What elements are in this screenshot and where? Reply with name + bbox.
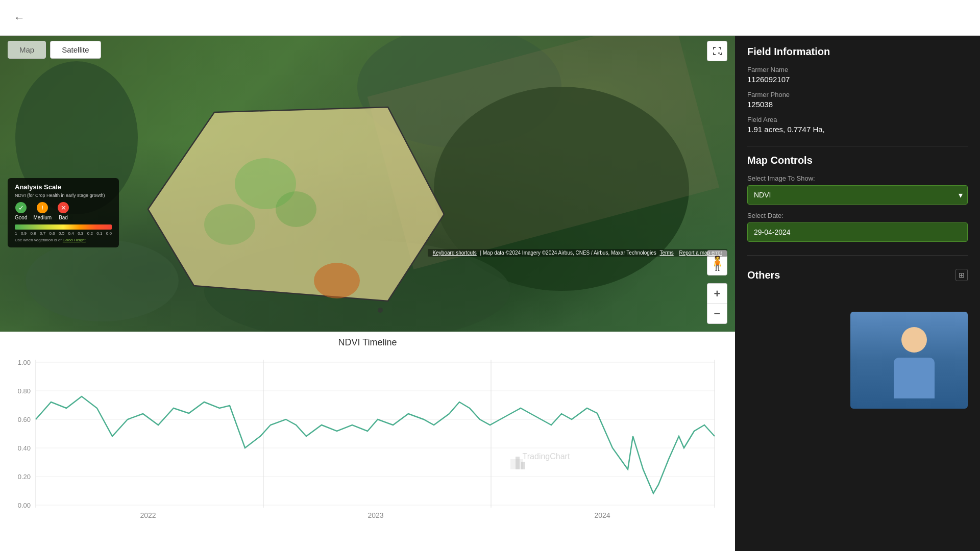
- svg-text:0.80: 0.80: [18, 387, 31, 395]
- analysis-scale-subtitle: NDVI (for Crop Health in early stage gro…: [15, 193, 112, 198]
- svg-point-10: [314, 263, 360, 298]
- person-body: [894, 358, 935, 398]
- map-controls-section: Map Controls Select Image To Show: NDVI …: [747, 155, 968, 242]
- attribution-data: Map data ©2024 Imagery ©2024 Airbus, CNE…: [483, 250, 656, 256]
- scale-note: Use when vegetation is of Good Height: [15, 238, 112, 242]
- map-attribution: Keyboard shortcuts | Map data ©2024 Imag…: [428, 249, 727, 257]
- date-input[interactable]: 29-04-2024: [747, 222, 968, 242]
- zoom-in-button[interactable]: +: [707, 283, 727, 304]
- farmer-name-label: Farmer Name: [747, 66, 968, 73]
- scale-numbers: 1 0.9 0.8 0.7 0.6 0.5 0.4 0.3 0.2 0.1 0.…: [15, 231, 112, 236]
- chart-section: NDVI Timeline 1.00 0.80 0.60 0.40 0.20 0…: [0, 332, 735, 551]
- scale-color-bar: [15, 224, 112, 230]
- field-info-title: Field Information: [747, 46, 968, 58]
- divider-2: [747, 255, 968, 256]
- others-section: Others ⊞: [747, 269, 968, 541]
- svg-text:0.20: 0.20: [18, 473, 31, 481]
- ndvi-line: [36, 396, 715, 493]
- svg-text:0.00: 0.00: [18, 502, 31, 509]
- svg-point-8: [276, 191, 316, 227]
- medium-label: Medium: [33, 215, 52, 220]
- others-header: Others ⊞: [747, 269, 968, 281]
- good-label: Good: [15, 215, 27, 220]
- bad-indicator: ✕ Bad: [58, 202, 69, 220]
- report-error-link[interactable]: Report a map error: [679, 250, 722, 256]
- good-circle: ✓: [15, 202, 27, 213]
- satellite-tab[interactable]: Satellite: [50, 41, 101, 59]
- chart-title: NDVI Timeline: [10, 337, 725, 348]
- map-section: Map Satellite: [0, 36, 735, 551]
- fullscreen-icon: [712, 46, 722, 56]
- date-input-wrapper: 29-04-2024: [747, 222, 968, 242]
- farmer-name-value: 1126092107: [747, 75, 968, 84]
- analysis-scale-title: Analysis Scale: [15, 183, 112, 191]
- svg-point-5: [26, 240, 179, 321]
- main-content: Map Satellite: [0, 36, 980, 551]
- person-head: [901, 327, 927, 353]
- analysis-scale: Analysis Scale NDVI (for Crop Health in …: [8, 178, 119, 247]
- zoom-controls: + −: [707, 283, 727, 324]
- fullscreen-button[interactable]: [707, 41, 727, 61]
- farmer-phone-value: 125038: [747, 100, 968, 109]
- person-in-video: [850, 312, 968, 409]
- image-dropdown[interactable]: NDVI RGB NDRE EVI: [747, 185, 968, 205]
- good-indicator: ✓ Good: [15, 202, 27, 220]
- farmer-phone-label: Farmer Phone: [747, 91, 968, 98]
- field-info-section: Field Information Farmer Name 1126092107…: [747, 46, 968, 141]
- bad-circle: ✕: [58, 202, 69, 213]
- svg-text:2023: 2023: [368, 511, 383, 519]
- svg-text:0.60: 0.60: [18, 416, 31, 423]
- image-dropdown-wrapper: NDVI RGB NDRE EVI ▾: [747, 185, 968, 205]
- map-tab-bar: Map Satellite: [8, 41, 101, 59]
- map-controls-title: Map Controls: [747, 155, 968, 166]
- pegman-icon: 🧍: [708, 255, 726, 271]
- back-button[interactable]: ←: [10, 9, 29, 27]
- divider-1: [747, 146, 968, 146]
- bad-label: Bad: [59, 215, 68, 220]
- field-area-label: Field Area: [747, 116, 968, 123]
- map-tab[interactable]: Map: [8, 41, 46, 59]
- svg-text:1.00: 1.00: [18, 359, 31, 366]
- zoom-out-button[interactable]: −: [707, 304, 727, 324]
- others-title: Others: [747, 269, 780, 281]
- svg-text:TradingChart: TradingChart: [523, 452, 570, 461]
- others-content: [747, 286, 968, 409]
- top-bar: ←: [0, 0, 980, 36]
- svg-text:2022: 2022: [140, 511, 156, 519]
- svg-point-9: [204, 204, 255, 245]
- keyboard-shortcuts-link[interactable]: Keyboard shortcuts: [433, 250, 477, 256]
- ndvi-chart-svg: 1.00 0.80 0.60 0.40 0.20 0.00: [10, 352, 725, 536]
- scale-indicators: ✓ Good ! Medium ✕ Bad: [15, 202, 112, 220]
- expand-button[interactable]: ⊞: [955, 269, 968, 281]
- svg-text:2024: 2024: [594, 511, 610, 519]
- date-select-label: Select Date:: [747, 212, 968, 219]
- svg-point-11: [378, 308, 383, 313]
- medium-circle: !: [37, 202, 48, 213]
- svg-rect-33: [516, 457, 520, 469]
- svg-text:0.40: 0.40: [18, 444, 31, 452]
- video-thumbnail: [850, 312, 968, 409]
- field-area-value: 1.91 acres, 0.7747 Ha,: [747, 125, 968, 134]
- good-height-link[interactable]: Good Height: [63, 238, 86, 242]
- right-panel: Field Information Farmer Name 1126092107…: [735, 36, 980, 551]
- terms-link[interactable]: Terms: [660, 250, 674, 256]
- chart-area: 1.00 0.80 0.60 0.40 0.20 0.00: [10, 352, 725, 536]
- svg-rect-34: [521, 462, 525, 469]
- image-select-label: Select Image To Show:: [747, 174, 968, 182]
- medium-indicator: ! Medium: [33, 202, 52, 220]
